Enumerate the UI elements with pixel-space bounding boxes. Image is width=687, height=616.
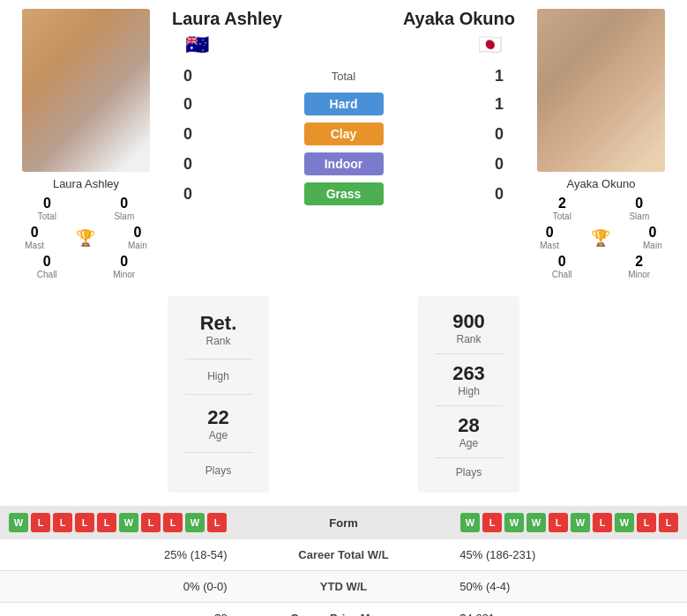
left-stat-panel: Ret. Rank High 22 Age Plays (168, 296, 269, 493)
form-badge-right: L (593, 513, 612, 532)
stat-right-val: 50% (4-4) (446, 571, 687, 603)
left-main-stat: 0 Main (128, 225, 147, 250)
stat-center-label: YTD W/L (241, 571, 447, 603)
right-flag: 🇯🇵 (478, 33, 502, 56)
right-plays-stat: Plays (456, 461, 482, 484)
form-badge-right: L (482, 513, 502, 532)
form-badges-left: WLLLLWLLWL (9, 513, 291, 532)
left-plays-stat: Plays (205, 459, 231, 482)
stat-left-val: 25% (18-54) (0, 539, 241, 571)
stats-row: 0% (0-0) YTD W/L 50% (4-4) (0, 571, 687, 603)
right-player-block: Ayaka Okuno 2 Total 0 Slam 0 Mas (524, 9, 678, 283)
total-score-right: 1 (486, 67, 512, 85)
right-slam-stat: 0 Slam (629, 196, 649, 221)
left-minor-stat: 0 Minor (113, 254, 135, 279)
left-flag: 🇦🇺 (185, 33, 209, 56)
grass-score-left: 0 (175, 185, 201, 204)
left-player-name: Laura Ashley (53, 177, 119, 190)
total-label: Total (332, 70, 355, 83)
stats-table: 25% (18-54) Career Total W/L 45% (186-23… (0, 539, 687, 616)
form-badge-left: W (119, 513, 138, 532)
form-badge-right: W (615, 513, 634, 532)
form-badge-right: L (549, 513, 568, 532)
stat-center-label: Career Prize Money (241, 603, 447, 617)
form-badge-right: W (526, 513, 546, 532)
left-rank-stat: Ret. Rank (200, 307, 237, 353)
stat-right-val: $4,031 (446, 603, 687, 617)
form-badge-left: L (141, 513, 161, 532)
form-badge-left: W (185, 513, 205, 532)
grass-score-right: 0 (486, 185, 512, 204)
form-section: WLLLLWLLWL Form WLWWLWLWLL (0, 506, 687, 539)
stats-row: $0 Career Prize Money $4,031 (0, 603, 687, 617)
form-label: Form (291, 516, 397, 530)
stat-left-val: $0 (0, 603, 241, 617)
left-player-block: Laura Ashley 0 Total 0 Slam 0 Ma (9, 9, 163, 283)
right-player-name: Ayaka Okuno (567, 177, 636, 190)
left-slam-stat: 0 Slam (114, 196, 134, 221)
grass-badge: Grass (304, 182, 384, 205)
left-chall-stat: 0 Chall (37, 254, 57, 279)
clay-score-left: 0 (175, 125, 201, 144)
right-player-name-header: Ayaka Okuno (403, 9, 515, 29)
form-badge-left: L (207, 513, 227, 532)
right-minor-stat: 2 Minor (628, 254, 650, 279)
form-badge-left: L (75, 513, 94, 532)
form-badge-right: L (659, 513, 678, 532)
right-high-stat: 263 High (452, 357, 485, 403)
indoor-score-left: 0 (175, 155, 201, 174)
right-mast-stat: 0 Mast (540, 225, 559, 250)
left-player-name-header: Laura Ashley (172, 9, 282, 29)
indoor-score-right: 0 (486, 155, 512, 174)
form-badge-right: W (460, 513, 480, 532)
clay-badge: Clay (304, 122, 384, 145)
left-trophy-icon: 🏆 (76, 225, 95, 250)
left-age-stat: 22 Age (207, 401, 228, 447)
right-player-stats: 2 Total 0 Slam 0 Mast 🏆 0 (524, 196, 678, 283)
left-total-stat: 0 Total (38, 196, 56, 221)
form-badge-right: W (571, 513, 590, 532)
right-age-stat: 28 Age (458, 409, 479, 455)
left-player-stats: 0 Total 0 Slam 0 Mast 🏆 0 (9, 196, 163, 283)
right-stat-panel: 900 Rank 263 High 28 Age Plays (418, 296, 519, 493)
form-badge-right: L (637, 513, 656, 532)
stat-center-label: Career Total W/L (241, 539, 447, 571)
left-high-stat: High (207, 365, 229, 388)
right-total-stat: 2 Total (553, 196, 571, 221)
form-badge-left: L (31, 513, 50, 532)
left-mast-stat: 0 Mast (25, 225, 44, 250)
stats-row: 25% (18-54) Career Total W/L 45% (186-23… (0, 539, 687, 571)
indoor-badge: Indoor (304, 152, 384, 175)
hard-score-left: 0 (175, 95, 201, 114)
form-badge-left: L (97, 513, 116, 532)
stat-left-val: 0% (0-0) (0, 571, 241, 603)
right-trophy-icon: 🏆 (591, 225, 610, 250)
center-block: Laura Ashley Ayaka Okuno 🇦🇺 🇯🇵 0 Total 1… (168, 9, 519, 209)
right-player-photo (537, 9, 665, 172)
form-badges-right: WLWWLWLWLL (397, 513, 679, 532)
right-rank-stat: 900 Rank (452, 305, 485, 351)
right-chall-stat: 0 Chall (552, 254, 572, 279)
right-main-stat: 0 Main (643, 225, 662, 250)
hard-score-right: 1 (486, 95, 512, 114)
hard-badge: Hard (304, 93, 384, 115)
clay-score-right: 0 (486, 125, 512, 144)
form-badge-left: W (9, 513, 28, 532)
form-badge-left: L (163, 513, 183, 532)
total-score-left: 0 (175, 67, 201, 85)
form-badge-right: W (504, 513, 524, 532)
form-badge-left: L (53, 513, 72, 532)
stat-right-val: 45% (186-231) (446, 539, 687, 571)
left-player-photo (22, 9, 150, 172)
